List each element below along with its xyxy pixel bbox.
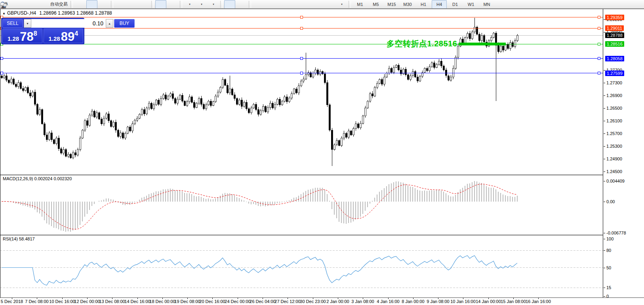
label-button[interactable]: T: [324, 0, 335, 9]
sell-button[interactable]: SELL: [2, 19, 23, 28]
trendline-button[interactable]: [276, 0, 288, 9]
buy-button[interactable]: BUY: [114, 19, 135, 28]
x-axis-label: 14 Dec 16:00: [124, 299, 150, 304]
dropdown-caret-icon[interactable]: ▾: [213, 3, 214, 6]
timeframe-d1[interactable]: D1: [448, 0, 463, 9]
time-axis[interactable]: 5 Dec 20187 Dec 08:0010 Dec 16:0012 Dec …: [0, 298, 644, 305]
price-line-label: 1.29011: [605, 25, 624, 31]
price-line-label: 1.28788: [605, 32, 624, 38]
text-button[interactable]: A: [312, 0, 323, 9]
dropdown-caret-icon[interactable]: ▾: [341, 3, 343, 6]
timeframe-m1[interactable]: M1: [352, 0, 368, 9]
periods-button[interactable]: ▾: [196, 0, 207, 9]
ask-prefix: 1.28: [48, 36, 60, 42]
lot-size-input[interactable]: [31, 19, 106, 28]
chart-window-icon[interactable]: [12, 0, 23, 9]
cursor-button[interactable]: [224, 0, 235, 9]
zoom-out-button[interactable]: [127, 0, 138, 9]
line-handle[interactable]: [300, 27, 303, 29]
macd-canvas[interactable]: [0, 175, 603, 234]
lot-size-group: ▼ ▲: [24, 19, 113, 28]
line-chart-button[interactable]: [98, 0, 109, 9]
pivot-annotation-text[interactable]: 多空转折点1.28516: [387, 38, 457, 49]
x-axis-label: 13 Dec 08:00: [99, 299, 125, 304]
toolbar-separator: [151, 1, 154, 8]
x-axis-label: 16 Jan 16:00: [526, 299, 551, 304]
one-click-trading-panel: SELL ▼ ▲ BUY 1.28 78 8 1.28 89 4: [1, 18, 84, 44]
pivot-highlight-segment[interactable]: [459, 43, 506, 46]
x-axis-label: 20 Dec 16:00: [199, 299, 225, 304]
y-axis-tick: 1.26900: [604, 93, 622, 98]
vertical-line-button[interactable]: [253, 0, 264, 9]
y-axis-tick: 1.25700: [604, 131, 622, 136]
channel-button[interactable]: E: [288, 0, 299, 9]
line-handle[interactable]: [300, 16, 303, 19]
x-axis-label: 2 Jan 00:00: [326, 299, 349, 304]
rsi-label: RSI(14) 58.4817: [3, 236, 35, 241]
timeframe-h1[interactable]: H1: [416, 0, 431, 9]
price-axis[interactable]: 1.292901.288901.277001.273001.269001.265…: [603, 9, 644, 297]
rsi-axis-tick: 80: [604, 248, 611, 253]
price-line-label: 1.28516: [605, 41, 624, 47]
line-handle[interactable]: [598, 57, 600, 60]
toolbar-separator: [349, 1, 351, 8]
y-axis-tick: 1.27300: [604, 80, 622, 85]
timeframe-m30[interactable]: M30: [400, 0, 415, 9]
symbol-period-label: GBPUSD-,H4: [7, 10, 36, 16]
line-handle[interactable]: [0, 57, 3, 60]
autotrading-button[interactable]: 自动交易: [48, 0, 69, 9]
horizontal-line-button[interactable]: [265, 0, 276, 9]
dropdown-caret-icon[interactable]: ▾: [201, 3, 202, 6]
y-axis-tick: 1.26500: [604, 106, 622, 111]
chart-shift-button[interactable]: [167, 0, 178, 9]
y-axis-tick: 1.26100: [604, 118, 622, 123]
templates-button[interactable]: ▾: [208, 0, 219, 9]
x-axis-label: 12 Dec 00:00: [74, 299, 100, 304]
indicators-button[interactable]: ▾: [184, 0, 195, 9]
tile-windows-button[interactable]: [139, 0, 150, 9]
panel-separator[interactable]: [0, 234, 644, 236]
data-window-icon[interactable]: [24, 0, 35, 9]
timeframe-m15[interactable]: M15: [384, 0, 399, 9]
ask-big-digits: 89: [61, 32, 74, 42]
signals-icon[interactable]: [36, 0, 47, 9]
ask-price-display[interactable]: 1.28 89 4: [44, 29, 84, 43]
panel-separator[interactable]: [0, 174, 644, 175]
bid-price-display[interactable]: 1.28 78 8: [2, 29, 42, 43]
macd-signal-line: [2, 184, 517, 229]
timeframe-m5[interactable]: M5: [368, 0, 383, 9]
lot-decrease-button[interactable]: ▼: [24, 19, 31, 28]
line-handle[interactable]: [598, 16, 600, 19]
chart-title: ▲GBPUSD-,H41.28696 1.28963 1.28668 1.287…: [2, 10, 112, 16]
x-axis-label: 27 Dec 12:00: [274, 299, 300, 304]
rsi-canvas[interactable]: [0, 236, 603, 297]
timeframe-h4[interactable]: H4: [432, 0, 447, 9]
arrows-button[interactable]: ▾: [336, 0, 347, 9]
candlestick-button[interactable]: [86, 0, 97, 9]
price-chart-canvas[interactable]: [0, 9, 603, 174]
line-handle[interactable]: [300, 72, 303, 74]
timeframe-w1[interactable]: W1: [463, 0, 478, 9]
timeframe-mn[interactable]: MN: [479, 0, 494, 9]
fibonacci-button[interactable]: F: [300, 0, 311, 9]
toolbar-separator: [220, 1, 223, 8]
line-handle[interactable]: [0, 72, 3, 74]
auto-scroll-button[interactable]: [155, 0, 166, 9]
rsi-axis-tick: 15: [604, 285, 611, 290]
line-handle[interactable]: [300, 57, 303, 60]
zoom-in-button[interactable]: [115, 0, 126, 9]
lot-increase-button[interactable]: ▲: [106, 19, 113, 28]
bar-chart-button[interactable]: [74, 0, 86, 9]
x-axis-label: 8 Jan 00:00: [402, 299, 425, 304]
x-axis-label: 4 Jan 16:00: [377, 299, 400, 304]
price-line-label: 1.29359: [605, 15, 624, 20]
line-handle[interactable]: [598, 27, 600, 29]
dropdown-caret-icon[interactable]: ▾: [189, 3, 191, 6]
crosshair-button[interactable]: [236, 0, 247, 9]
search-button[interactable]: [606, 0, 617, 9]
line-handle[interactable]: [598, 72, 600, 74]
chat-button[interactable]: [623, 0, 634, 9]
line-handle[interactable]: [598, 43, 600, 45]
collapse-icon[interactable]: ▲: [2, 11, 6, 15]
price-line-label: 1.28058: [605, 56, 624, 61]
